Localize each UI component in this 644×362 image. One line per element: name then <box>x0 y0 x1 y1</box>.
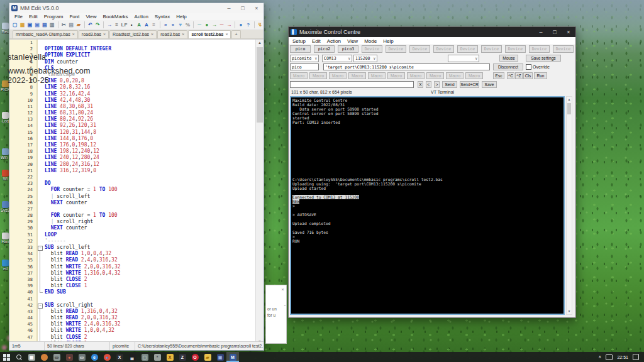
editor-vertical-scrollbar[interactable]: ▲ ▼ <box>255 40 264 346</box>
tab-mmbasic-reada-dtemp-bas[interactable]: mmbasic_readA-Dtemp.bas× <box>13 30 78 38</box>
tray-chevron-up-icon[interactable]: ∧ <box>598 354 601 359</box>
ctrl-button-ctrl-z[interactable]: ^Z <box>515 72 523 79</box>
code-line[interactable]: 46 blit WRITE 1,0,0,4,32 <box>9 327 264 334</box>
taskbar-app-z[interactable]: Z <box>176 352 189 362</box>
close-tab-icon[interactable]: × <box>72 32 75 36</box>
baud-rate-select[interactable]: 115200∨ <box>353 55 377 62</box>
send-text-input[interactable] <box>290 81 414 88</box>
tab-road3-bas[interactable]: road3.bas× <box>79 30 109 38</box>
code-line[interactable]: 9LINE 32,16,42,4 <box>9 91 264 97</box>
code-line[interactable]: 1 <box>9 40 264 46</box>
line-ending-icon[interactable]: LF <box>121 21 128 29</box>
send-button--[interactable]: > <box>434 81 440 88</box>
maximize-button[interactable]: □ <box>548 27 562 37</box>
mmedit-titlebar[interactable]: M MM Edit V5.0.0 – □ × <box>9 3 264 13</box>
close-tab-icon[interactable]: × <box>151 32 153 36</box>
scroll-up-icon[interactable]: ▲ <box>256 40 264 47</box>
menu-item-edit[interactable]: Edit <box>29 14 38 19</box>
close-button[interactable]: × <box>250 3 264 13</box>
print-icon[interactable]: ▥ <box>49 21 55 29</box>
taskbar-app-explorer[interactable]: ▰ <box>201 352 214 362</box>
taskbar-clock[interactable]: 22:51 <box>617 355 628 359</box>
com-port-select[interactable]: COM13∨ <box>322 55 352 62</box>
save-as-icon[interactable]: ▣ <box>34 21 40 29</box>
code-line[interactable]: 23DO <box>9 180 264 187</box>
close-button[interactable]: × <box>562 27 575 37</box>
open-file-icon[interactable]: ▦ <box>19 21 26 29</box>
code-line[interactable]: 34 blit READ 1,0,0,4,32 <box>9 251 264 257</box>
send-button-send-cr[interactable]: Send+CR <box>460 81 479 88</box>
ctrl-button-esc[interactable]: Esc <box>493 72 504 79</box>
send-button-save[interactable]: Save <box>482 81 497 88</box>
code-line[interactable]: 3OPTION EXPLICIT <box>9 52 264 58</box>
terminal-vertical-scrollbar[interactable]: ▲ ▼ <box>566 96 572 315</box>
taskbar-app-mmedit[interactable]: M <box>226 352 239 362</box>
code-line[interactable]: 47 blit CLOSE 2 <box>9 334 264 341</box>
new-file-icon[interactable]: ▢ <box>12 21 18 29</box>
code-line[interactable]: 14LINE 92,26,120,31 <box>9 123 264 129</box>
code-line[interactable]: 36 blit WRITE 2,0,0,316,32 <box>9 264 264 270</box>
code-line[interactable]: 33−SUB scroll_left <box>9 244 264 251</box>
code-line[interactable]: 19LINE 240,12,280,24 <box>9 155 264 161</box>
code-line[interactable]: 25 | scroll_left <box>9 194 264 200</box>
code-line[interactable]: 41 <box>9 296 264 302</box>
code-line[interactable]: 8LINE 20,8,32,16 <box>9 84 264 90</box>
redo-icon[interactable]: ↷ <box>94 21 101 29</box>
taskbar-app-edge[interactable]: e <box>88 352 101 362</box>
code-line[interactable]: 2OPTION DEFAULT INTEGER <box>9 46 264 52</box>
code-line[interactable]: 32'------ <box>9 238 264 244</box>
ctrl-button-run[interactable]: Run <box>534 72 547 79</box>
send-button--[interactable]: < <box>426 81 431 88</box>
code-editor-area[interactable]: 12OPTION DEFAULT INTEGER3OPTION EXPLICIT… <box>9 39 264 346</box>
help-icon[interactable]: ? <box>245 21 252 29</box>
code-line[interactable]: 12LINE 68,31,80,24 <box>9 110 264 116</box>
break-icon[interactable]: → <box>226 21 232 29</box>
web-icon[interactable]: ● <box>238 21 244 29</box>
menu-item-mode[interactable]: Mode <box>364 38 377 44</box>
taskbar-app-dark-blue[interactable]: ▣ <box>214 352 226 362</box>
scroll-up-icon[interactable]: ^ <box>284 304 286 308</box>
taskbar-app-chrome[interactable]: ● <box>101 352 113 362</box>
sync-icon[interactable]: ↯ <box>257 21 263 29</box>
code-line[interactable]: 22 <box>9 174 264 180</box>
font-icon[interactable]: A <box>136 21 142 29</box>
notification-center-icon[interactable] <box>633 354 639 360</box>
vt-terminal[interactable]: Maximite Control CentreBuild date: 2022/… <box>290 96 565 315</box>
tray-display-icon[interactable] <box>606 354 613 360</box>
menu-item-help[interactable]: Help <box>383 38 393 44</box>
menu-item-edit[interactable]: Edit <box>312 38 321 44</box>
search-button[interactable] <box>13 352 25 362</box>
menu-item-help[interactable]: Help <box>176 14 186 19</box>
taskbar-app-terminal[interactable]: X <box>113 352 126 362</box>
disconnect-button[interactable]: Disconnect <box>493 63 523 70</box>
minimize-button[interactable]: – <box>534 27 548 37</box>
close-tab-icon[interactable]: × <box>225 32 228 36</box>
code-line[interactable]: 13LINE 80,24,92,26 <box>9 116 264 123</box>
undo-icon[interactable]: ↶ <box>87 21 94 29</box>
send-button-x[interactable]: X <box>418 81 423 88</box>
font-color-icon[interactable]: A <box>143 21 150 29</box>
code-line[interactable]: 4DIM counter <box>9 59 264 65</box>
close-tab-icon[interactable]: × <box>182 32 184 36</box>
scrollbar-thumb[interactable] <box>567 103 571 114</box>
new-tab-button[interactable]: + <box>231 30 240 38</box>
override-checkbox[interactable]: Override <box>526 64 550 70</box>
code-line[interactable]: 10LINE 42,4,48,30 <box>9 97 264 104</box>
device-type-select[interactable]: picomite∨ <box>290 55 319 62</box>
device-button-pico3[interactable]: pico3 <box>338 45 358 53</box>
code-line[interactable]: 44 blit READ 2,0,0,316,32 <box>9 315 264 321</box>
minimize-button[interactable]: – <box>222 3 236 13</box>
close-icon[interactable]: × <box>281 287 284 292</box>
menu-item-view[interactable]: View <box>347 38 358 44</box>
fold-collapse-icon[interactable]: − <box>38 304 43 309</box>
run-icon[interactable]: ● <box>204 21 210 29</box>
list-icon[interactable]: ≡ <box>114 21 120 29</box>
compare-icon[interactable]: % <box>185 21 191 29</box>
maximize-button[interactable]: □ <box>236 3 250 13</box>
taskbar-app-faded[interactable]: ▢ <box>138 352 151 362</box>
prev-mark-icon[interactable]: ─ <box>196 21 203 29</box>
code-line[interactable]: 39 blit CLOSE 1 <box>9 283 264 289</box>
device-button-pico[interactable]: pico <box>290 45 311 53</box>
code-line[interactable]: 17LINE 176,0,198,12 <box>9 142 264 148</box>
taskbar-app-grid[interactable]: ▦ <box>25 352 38 362</box>
